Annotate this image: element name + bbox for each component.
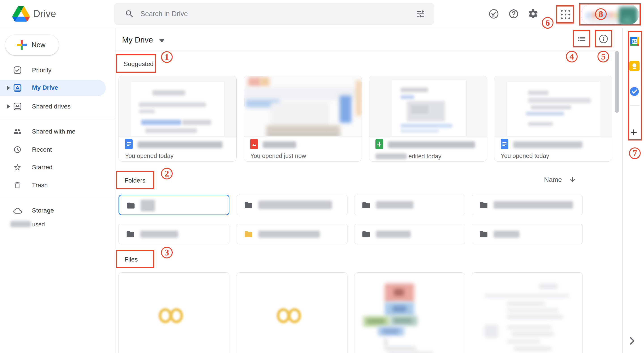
folder-name-blur: [376, 231, 411, 238]
expand-caret-icon[interactable]: [7, 104, 10, 109]
suggested-card[interactable]: edited today: [369, 76, 487, 162]
annotation-box-suggested: [116, 54, 156, 73]
priority-icon: [14, 66, 22, 74]
folder-card[interactable]: [354, 224, 465, 244]
folder-card[interactable]: [354, 195, 465, 215]
sidebar-item-priority[interactable]: Priority: [0, 62, 106, 78]
google-docs-icon: [125, 139, 132, 150]
sidebar-item-label: Trash: [32, 182, 48, 189]
annotation-number-2: 2: [161, 168, 173, 179]
new-plus-icon: [17, 40, 26, 50]
annotation-number-5: 5: [598, 51, 609, 62]
sidebar-item-label: My Drive: [32, 84, 58, 91]
file-caption: You opened today: [125, 153, 174, 160]
search-options-icon[interactable]: [416, 9, 425, 20]
sort-direction-arrow-icon[interactable]: [569, 176, 576, 184]
folder-card[interactable]: [118, 224, 230, 244]
file-thumbnail: [369, 76, 487, 136]
settings-gear-icon[interactable]: [528, 9, 538, 19]
help-icon[interactable]: [508, 9, 519, 19]
folder-icon: [361, 201, 371, 210]
content-header-divider: [116, 51, 615, 51]
show-side-panel-chevron-icon[interactable]: [629, 336, 636, 347]
shared-with-me-icon: [14, 128, 22, 136]
sidebar-item-shared-with-me[interactable]: Shared with me: [0, 124, 106, 140]
storage-amount-blur: [10, 221, 31, 227]
vertical-scrollbar[interactable]: [615, 51, 619, 113]
annotation-number-3: 3: [161, 247, 173, 258]
sidebar-item-recent[interactable]: Recent: [0, 142, 106, 158]
sidebar-item-shared-drives[interactable]: Shared drives: [0, 98, 106, 115]
file-thumbnail: [119, 76, 236, 136]
sort-label: Name: [544, 176, 562, 183]
expand-caret-icon[interactable]: [7, 86, 10, 90]
file-thumbnail: [354, 273, 465, 353]
folder-card-selected[interactable]: [118, 195, 230, 215]
search-icon[interactable]: [125, 9, 134, 20]
sidebar-divider: [0, 118, 115, 118]
folder-icon: [126, 201, 136, 211]
search-placeholder[interactable]: Search in Drive: [140, 10, 188, 18]
breadcrumb-my-drive[interactable]: My Drive: [122, 35, 153, 44]
file-card[interactable]: [118, 272, 230, 353]
sidebar-item-my-drive[interactable]: My Drive: [0, 80, 106, 96]
annotation-box-folders: [116, 171, 154, 189]
sidebar-item-starred[interactable]: Starred: [0, 159, 106, 175]
file-card-footer: You opened today: [494, 136, 612, 161]
folder-icon: [479, 201, 488, 210]
annotation-box-files: [116, 250, 154, 268]
folder-icon: [479, 230, 488, 240]
annotation-box-details: [595, 30, 612, 48]
annotation-box-side-panel: [628, 31, 642, 141]
annotation-number-6: 6: [542, 17, 554, 29]
folder-icon-yellow: [244, 230, 253, 240]
file-card[interactable]: [354, 272, 465, 353]
file-caption: You opened just now: [250, 153, 306, 160]
file-thumbnail: [276, 308, 301, 324]
annotation-number-4: 4: [566, 51, 578, 62]
sidebar-item-storage[interactable]: Storage: [0, 202, 106, 219]
folder-card[interactable]: [236, 195, 348, 215]
file-card-footer: edited today: [369, 136, 487, 161]
sidebar-item-label: Priority: [32, 67, 52, 74]
file-thumbnail: [244, 76, 362, 136]
folder-name-blur: [258, 201, 332, 209]
annotation-box-account: [579, 3, 641, 26]
new-button[interactable]: New: [5, 35, 59, 55]
sidebar-item-label: Storage: [32, 207, 54, 214]
sidebar-item-trash[interactable]: Trash: [0, 177, 106, 193]
file-title-blur: [513, 141, 582, 148]
file-thumbnail: [494, 76, 612, 136]
search-bar[interactable]: Search in Drive: [114, 3, 434, 25]
annotation-number-7: 7: [629, 147, 641, 159]
sidebar-item-label: Starred: [32, 164, 52, 171]
file-card[interactable]: [472, 272, 583, 353]
file-card-footer: You opened just now: [244, 136, 362, 161]
folder-card[interactable]: [472, 195, 583, 215]
suggested-card[interactable]: You opened today: [118, 76, 236, 162]
annotation-number-8: 8: [595, 8, 607, 20]
sidebar-main-divider: [115, 28, 116, 353]
folder-name-blur: [140, 231, 178, 238]
google-docs-icon: [501, 139, 508, 150]
file-card-footer: You opened today: [119, 136, 236, 161]
annotation-box-list-view: [573, 30, 590, 48]
file-thumbnail: [158, 308, 183, 324]
folder-icon: [126, 230, 135, 240]
suggested-card[interactable]: You opened today: [494, 76, 612, 162]
offline-status-icon[interactable]: [488, 9, 499, 19]
shared-drives-icon: [14, 103, 22, 111]
folder-card[interactable]: [472, 224, 583, 244]
storage-cloud-icon: [14, 206, 22, 215]
sort-control[interactable]: Name: [544, 176, 562, 183]
drive-logo: [12, 6, 30, 22]
file-title-blur: [138, 141, 222, 148]
file-card[interactable]: [236, 272, 348, 353]
suggested-card[interactable]: You opened just now: [244, 76, 362, 162]
folder-name-blur: [258, 231, 320, 238]
annotation-number-1: 1: [161, 51, 173, 63]
sidebar-item-label: Shared drives: [32, 103, 71, 110]
my-drive-dropdown-caret-icon[interactable]: [159, 39, 164, 43]
folder-card[interactable]: [236, 224, 348, 244]
file-title-blur: [388, 141, 475, 148]
